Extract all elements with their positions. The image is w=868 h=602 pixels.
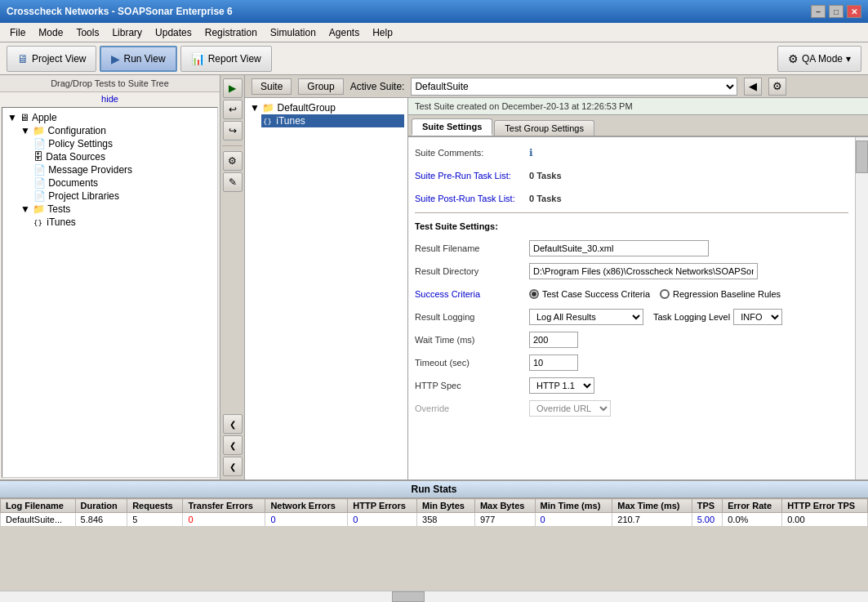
close-button[interactable]: ✕ xyxy=(847,5,861,18)
cell-http-errors: 0 xyxy=(348,513,417,527)
wait-time-input[interactable] xyxy=(529,332,578,348)
suite-tree[interactable]: ▼ 📁 DefaultGroup {} iTunes xyxy=(245,98,408,479)
chevron-3[interactable]: ❮ xyxy=(223,457,243,476)
tab-suite-settings[interactable]: Suite Settings xyxy=(412,118,492,136)
override-select[interactable]: Override URL xyxy=(529,400,611,417)
timeout-row: Timeout (sec) xyxy=(415,354,848,372)
col-transfer-errors: Transfer Errors xyxy=(183,499,265,513)
stats-data-row[interactable]: DefaultSuite... 5.846 5 0 0 0 358 977 0 … xyxy=(1,513,868,527)
cell-duration: 5.846 xyxy=(75,513,127,527)
created-text: Test Suite created on December-20-13 at … xyxy=(415,101,633,111)
tree-item-apple[interactable]: ▼ 🖥 Apple xyxy=(6,111,214,124)
active-suite-label: Active Suite: xyxy=(350,81,405,92)
override-label: Override xyxy=(415,404,529,413)
result-filename-row: Result Filename xyxy=(415,239,848,257)
expand-configuration[interactable]: ▼ xyxy=(20,125,33,136)
projlibs-label: Project Libraries xyxy=(48,190,119,202)
suite-button[interactable]: Suite xyxy=(251,78,292,95)
project-tree[interactable]: ▼ 🖥 Apple ▼ 📁 Configuration 📄 Pol xyxy=(2,107,218,478)
tab-test-group-settings[interactable]: Test Group Settings xyxy=(494,120,594,136)
project-view-button[interactable]: 🖥 Project View xyxy=(7,46,96,72)
run-button[interactable]: ▶ xyxy=(223,78,243,98)
stats-table: Log Filename Duration Requests Transfer … xyxy=(0,498,868,527)
chevron-2[interactable]: ❮ xyxy=(223,435,243,455)
undo-button[interactable]: ↩ xyxy=(223,100,243,119)
qa-mode-button[interactable]: ⚙ QA Mode ▾ xyxy=(777,46,861,72)
bottom-area: Run Stats Log Filename Duration Requests… xyxy=(0,479,868,602)
menu-library[interactable]: Library xyxy=(105,25,149,40)
postrun-row: Suite Post-Run Task List: 0 Tasks xyxy=(415,190,848,207)
horizontal-scrollbar[interactable] xyxy=(0,591,868,602)
wait-time-label: Wait Time (ms) xyxy=(415,335,529,345)
expand-apple[interactable]: ▼ xyxy=(7,112,20,123)
window-controls[interactable]: – □ ✕ xyxy=(811,5,861,18)
maximize-button[interactable]: □ xyxy=(829,5,844,18)
title-bar: Crosscheck Networks - SOAPSonar Enterpri… xyxy=(0,0,868,23)
result-filename-input[interactable] xyxy=(529,240,709,256)
menu-mode[interactable]: Mode xyxy=(32,25,69,40)
tree-item-default-group[interactable]: ▼ 📁 DefaultGroup xyxy=(248,101,404,114)
menu-simulation[interactable]: Simulation xyxy=(264,25,323,40)
toolbar-separator xyxy=(222,145,243,146)
main-layout: Drag/Drop Tests to Suite Tree hide ▼ 🖥 A… xyxy=(0,75,868,602)
apple-children: ▼ 📁 Configuration 📄 Policy Settings 🗄 Da… xyxy=(6,124,214,229)
radio-test-case-label: Test Case Success Criteria xyxy=(542,289,650,299)
menu-agents[interactable]: Agents xyxy=(323,25,366,40)
menu-registration[interactable]: Registration xyxy=(198,25,264,40)
task-logging-label: Task Logging Level xyxy=(653,312,730,322)
task-logging-select[interactable]: INFO xyxy=(733,309,782,325)
tree-item-itunes-left[interactable]: {} iTunes xyxy=(32,216,214,229)
report-view-button[interactable]: 📊 Report View xyxy=(180,46,272,72)
result-dir-label: Result Directory xyxy=(415,266,529,276)
report-view-icon: 📊 xyxy=(191,52,205,65)
tree-item-documents[interactable]: 📄 Documents xyxy=(32,176,214,190)
apple-label: Apple xyxy=(32,112,57,123)
suite-icon-btn-1[interactable]: ◀ xyxy=(744,78,762,96)
minimize-button[interactable]: – xyxy=(811,5,826,18)
menu-updates[interactable]: Updates xyxy=(149,25,198,40)
tree-item-configuration[interactable]: ▼ 📁 Configuration xyxy=(19,124,214,137)
suite-select[interactable]: DefaultSuite xyxy=(411,78,737,96)
suite-icon-btn-2[interactable]: ⚙ xyxy=(768,78,786,96)
scrollbar-thumb[interactable] xyxy=(392,591,425,602)
prerun-label: Suite Pre-Run Task List: xyxy=(415,171,529,181)
col-min-time: Min Time (ms) xyxy=(535,499,612,513)
tree-item-data-sources[interactable]: 🗄 Data Sources xyxy=(32,150,214,163)
edit-button[interactable]: ✎ xyxy=(223,172,243,192)
configuration-children: 📄 Policy Settings 🗄 Data Sources 📄 Messa… xyxy=(19,137,214,203)
defaultgroup-label: DefaultGroup xyxy=(278,102,336,114)
tree-item-message-providers[interactable]: 📄 Message Providers xyxy=(32,163,214,176)
tree-item-project-libraries[interactable]: 📄 Project Libraries xyxy=(32,190,214,203)
settings-scrollbar[interactable] xyxy=(855,137,868,479)
http-spec-select[interactable]: HTTP 1.1 xyxy=(529,377,594,394)
msgproviders-label: Message Providers xyxy=(48,164,132,176)
timeout-input[interactable] xyxy=(529,355,578,371)
msgproviders-icon: 📄 xyxy=(33,164,48,176)
datasources-label: Data Sources xyxy=(46,151,105,163)
expand-tests[interactable]: ▼ xyxy=(20,203,33,215)
expand-default-group[interactable]: ▼ xyxy=(250,102,262,114)
col-duration: Duration xyxy=(75,499,127,513)
tree-item-tests[interactable]: ▼ 📁 Tests xyxy=(19,203,214,216)
redo-button[interactable]: ↪ xyxy=(223,121,243,140)
result-logging-row: Result Logging Log All Results Task Logg… xyxy=(415,308,848,326)
postrun-value: 0 Tasks xyxy=(529,194,562,203)
run-view-button[interactable]: ▶ Run View xyxy=(100,46,176,72)
group-button[interactable]: Group xyxy=(298,78,343,95)
radio-test-case[interactable]: Test Case Success Criteria xyxy=(529,289,650,299)
chevron-1[interactable]: ❮ xyxy=(223,414,243,434)
defaultgroup-icon: 📁 xyxy=(262,102,277,114)
result-dir-input[interactable] xyxy=(529,263,758,279)
hide-link[interactable]: hide xyxy=(0,92,220,105)
info-icon: ℹ xyxy=(529,147,533,158)
tree-item-policy-settings[interactable]: 📄 Policy Settings xyxy=(32,137,214,150)
radio-regression[interactable]: Regression Baseline Rules xyxy=(660,289,781,299)
result-logging-select[interactable]: Log All Results xyxy=(529,309,643,325)
menu-help[interactable]: Help xyxy=(366,25,399,40)
menu-file[interactable]: File xyxy=(3,25,32,40)
suite-created-info: Test Suite created on December-20-13 at … xyxy=(408,98,868,115)
tree-item-itunes[interactable]: {} iTunes xyxy=(261,114,404,127)
menu-tools[interactable]: Tools xyxy=(69,25,105,40)
tests-label: Tests xyxy=(47,203,70,215)
settings-button[interactable]: ⚙ xyxy=(223,151,243,171)
